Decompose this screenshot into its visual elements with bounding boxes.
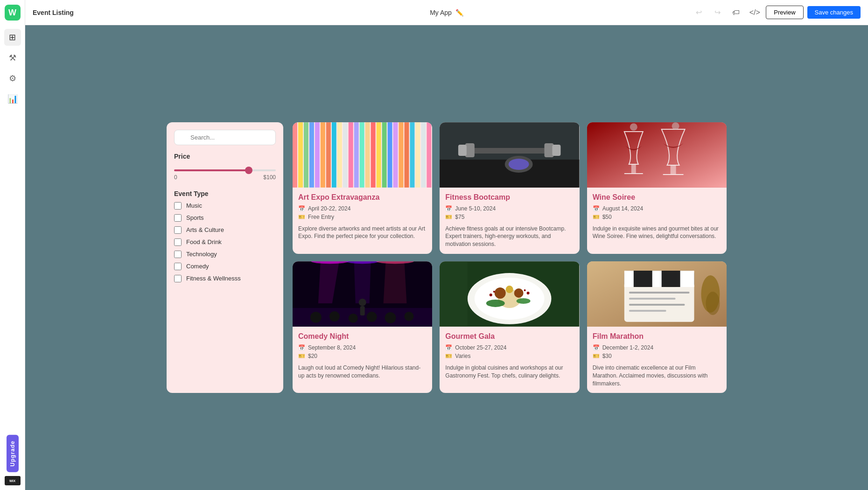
sidebar-icon-settings[interactable]: ⚙ [4, 70, 21, 87]
svg-rect-11 [354, 122, 359, 188]
svg-rect-47 [360, 306, 365, 315]
checkbox-fitness-&-wellnesss[interactable] [174, 275, 182, 282]
svg-rect-21 [410, 122, 414, 188]
event-date: September 8, 2024 [308, 344, 356, 351]
ticket-icon: 🎫 [593, 353, 600, 359]
save-changes-button[interactable]: Save changes [807, 6, 861, 19]
checkbox-item[interactable]: Arts & Culture [174, 226, 276, 234]
checkbox-label: Food & Drink [186, 238, 222, 245]
checkbox-item[interactable]: Technology [174, 251, 276, 258]
svg-point-64 [493, 291, 495, 293]
svg-point-65 [527, 292, 530, 294]
price-max: $100 [263, 174, 276, 181]
svg-rect-18 [393, 122, 398, 188]
canvas-area: 🔍 Price 0 $100 Event Type MusicSportsAr [25, 25, 868, 490]
save-version-button[interactable]: 🏷 [728, 5, 743, 20]
checkbox-food-&-drink[interactable] [174, 238, 182, 246]
sidebar-icon-grid[interactable]: ⊞ [4, 29, 21, 46]
svg-point-59 [514, 288, 524, 298]
code-button[interactable]: </> [747, 5, 762, 20]
event-body-wine-soiree: Wine Soiree 📅 August 14, 2024 🎫 $50 Indu… [587, 188, 727, 254]
event-meta: 📅 April 20-22, 2024 🎫 Free Entry [298, 205, 427, 220]
event-card-comedy-night[interactable]: Comedy Night 📅 September 8, 2024 🎫 $20 L… [293, 261, 432, 393]
undo-button[interactable]: ↩ [691, 5, 706, 20]
event-card-gourmet-gala[interactable]: Gourmet Gala 📅 October 25-27, 2024 🎫 Var… [440, 261, 579, 393]
checkbox-label: Sports [186, 214, 204, 221]
main-area: Event Listing My App ✏️ ↩ ↪ 🏷 </> Previe… [25, 0, 868, 490]
svg-point-66 [524, 289, 526, 291]
svg-rect-76 [680, 271, 694, 287]
checkbox-technology[interactable] [174, 251, 182, 258]
svg-rect-16 [382, 122, 387, 188]
svg-rect-80 [629, 310, 666, 312]
svg-rect-20 [404, 122, 409, 188]
redo-button[interactable]: ↪ [710, 5, 725, 20]
checkbox-music[interactable] [174, 202, 182, 210]
event-title: Film Marathon [593, 332, 721, 341]
checkbox-arts-&-culture[interactable] [174, 226, 182, 234]
upgrade-button[interactable]: Upgrade [7, 435, 19, 472]
checkbox-sports[interactable] [174, 214, 182, 222]
checkbox-comedy[interactable] [174, 263, 182, 270]
app-name-label: My App [430, 9, 452, 16]
price-labels: 0 $100 [174, 174, 276, 181]
filter-panel: 🔍 Price 0 $100 Event Type MusicSportsAr [167, 122, 283, 393]
event-card-fitness-bootcamp[interactable]: Fitness Bootcamp 📅 June 5-10, 2024 🎫 $75… [440, 122, 579, 254]
event-price: $50 [602, 214, 612, 220]
svg-rect-73 [638, 271, 647, 287]
checkbox-label: Fitness & Wellnesss [186, 275, 241, 282]
svg-rect-3 [309, 122, 314, 188]
svg-point-37 [672, 122, 679, 130]
price-slider[interactable] [174, 169, 276, 171]
event-date-row: 📅 April 20-22, 2024 [298, 205, 427, 212]
checkbox-item[interactable]: Fitness & Wellnesss [174, 275, 276, 282]
event-title: Wine Soiree [593, 193, 721, 202]
app-content: 🔍 Price 0 $100 Event Type MusicSportsAr [167, 122, 727, 393]
event-description: Laugh out loud at Comedy Night! Hilariou… [298, 364, 427, 380]
svg-point-33 [509, 159, 529, 170]
event-title: Gourmet Gala [445, 332, 574, 341]
edit-app-name-icon[interactable]: ✏️ [455, 9, 463, 16]
app-logo: W [5, 5, 21, 21]
event-date: August 14, 2024 [602, 205, 643, 212]
event-price-row: 🎫 Free Entry [298, 214, 427, 220]
event-date-row: 📅 September 8, 2024 [298, 344, 427, 351]
event-card-wine-soiree[interactable]: Wine Soiree 📅 August 14, 2024 🎫 $50 Indu… [587, 122, 727, 254]
event-body-fitness-bootcamp: Fitness Bootcamp 📅 June 5-10, 2024 🎫 $75… [440, 188, 579, 254]
event-date: June 5-10, 2024 [455, 205, 496, 212]
event-meta: 📅 October 25-27, 2024 🎫 Varies [445, 344, 574, 359]
sidebar-icon-analytics[interactable]: 📊 [4, 91, 21, 107]
svg-point-51 [367, 312, 377, 322]
event-price-row: 🎫 $50 [593, 214, 721, 220]
sidebar-icon-tools[interactable]: ⚒ [4, 49, 21, 66]
top-header: Event Listing My App ✏️ ↩ ↪ 🏷 </> Previe… [25, 0, 868, 25]
checkbox-label: Technology [186, 251, 217, 258]
event-meta: 📅 August 14, 2024 🎫 $50 [593, 205, 721, 220]
svg-rect-28 [465, 143, 475, 157]
svg-rect-4 [315, 122, 320, 188]
svg-point-49 [329, 311, 340, 322]
event-meta: 📅 September 8, 2024 🎫 $20 [298, 344, 427, 359]
event-card-art-expo[interactable]: Art Expo Extravaganza 📅 April 20-22, 202… [293, 122, 432, 254]
svg-rect-79 [629, 304, 685, 306]
event-date-row: 📅 August 14, 2024 [593, 205, 721, 212]
checkbox-item[interactable]: Music [174, 202, 276, 210]
svg-rect-15 [377, 122, 381, 188]
svg-rect-9 [343, 122, 348, 188]
event-image-film-marathon [587, 261, 727, 327]
event-image-fitness-bootcamp [440, 122, 579, 188]
event-price-row: 🎫 $20 [298, 353, 427, 359]
event-title: Fitness Bootcamp [445, 193, 574, 202]
price-title: Price [174, 153, 276, 160]
event-card-film-marathon[interactable]: Film Marathon 📅 December 1-2, 2024 🎫 $30… [587, 261, 727, 393]
preview-button[interactable]: Preview [766, 6, 803, 19]
event-date: April 20-22, 2024 [308, 205, 350, 212]
checkbox-item[interactable]: Sports [174, 214, 276, 222]
svg-point-63 [490, 294, 492, 296]
checkbox-item[interactable]: Food & Drink [174, 238, 276, 246]
search-input[interactable] [174, 130, 276, 145]
svg-rect-0 [293, 122, 297, 188]
svg-marker-44 [384, 261, 407, 303]
checkbox-item[interactable]: Comedy [174, 263, 276, 270]
ticket-icon: 🎫 [593, 214, 600, 220]
